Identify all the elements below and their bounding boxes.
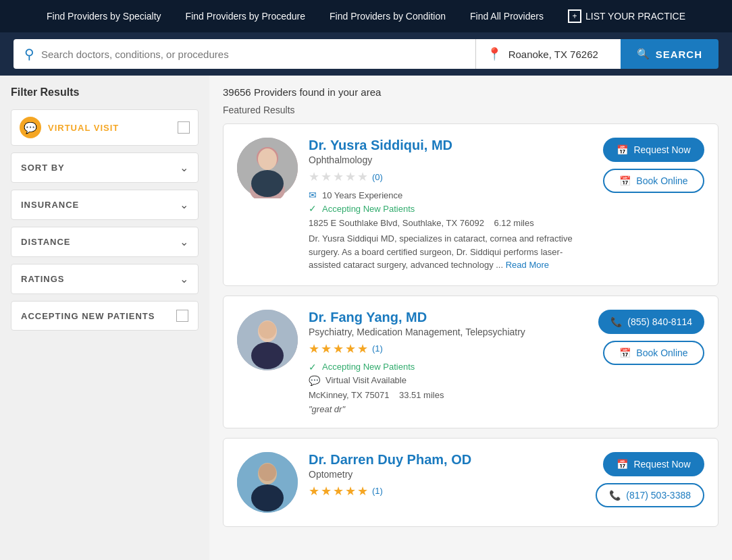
book-online-button-siddiqui[interactable]: 📅 Book Online xyxy=(603,169,704,193)
provider-info-pham: Dr. Darren Duy Pham, OD Optometry ★ ★ ★ … xyxy=(309,452,585,504)
provider-quote-yang: "great dr" xyxy=(309,404,585,414)
sidebar-filters: Filter Results 💬 VIRTUAL VISIT SORT BY ⌄… xyxy=(0,76,209,560)
accepting-text-siddiqui: Accepting New Patients xyxy=(322,204,415,214)
check-icon-siddiqui: ✓ xyxy=(309,203,317,214)
read-more-siddiqui[interactable]: Read More xyxy=(506,260,549,270)
provider-name-pham[interactable]: Dr. Darren Duy Pham, OD xyxy=(309,452,585,468)
calendar-outline-icon-yang: 📅 xyxy=(619,347,631,358)
search-bar: ⚲ 📍 🔍 SEARCH xyxy=(0,32,732,76)
phone-icon-yang: 📞 xyxy=(610,316,622,327)
star-rating-yang: ★ ★ ★ ★ ★ (1) xyxy=(309,341,585,356)
provider-name-siddiqui[interactable]: Dr. Yusra Siddiqui, MD xyxy=(309,138,585,153)
virtual-visit-checkbox[interactable] xyxy=(178,121,190,134)
distance-filter[interactable]: DISTANCE ⌄ xyxy=(11,227,199,257)
filter-title: Filter Results xyxy=(11,86,199,99)
accepting-badge-yang: ✓ Accepting New Patients xyxy=(309,362,585,372)
ratings-label: RATINGS xyxy=(21,274,180,284)
ratings-chevron-icon: ⌄ xyxy=(180,273,188,285)
phone-button-pham[interactable]: 📞 (817) 503-3388 xyxy=(596,483,704,507)
phone-button-yang[interactable]: 📞 (855) 840-8114 xyxy=(598,310,704,334)
provider-actions-yang: 📞 (855) 840-8114 📅 Book Online xyxy=(596,310,704,365)
top-navigation: Find Providers by Specialty Find Provide… xyxy=(0,0,732,32)
review-count-siddiqui: (0) xyxy=(372,172,383,182)
envelope-icon: ✉ xyxy=(309,190,317,200)
insurance-chevron-icon: ⌄ xyxy=(180,198,188,211)
sort-by-label: SORT BY xyxy=(21,163,180,173)
provider-avatar-siddiqui xyxy=(237,138,298,198)
request-now-button-siddiqui[interactable]: 📅 Request Now xyxy=(603,138,704,162)
experience-text-siddiqui: 10 Years Experience xyxy=(322,190,402,200)
featured-label: Featured Results xyxy=(223,105,718,115)
provider-card-siddiqui: Dr. Yusra Siddiqui, MD Ophthalmology ★ ★… xyxy=(223,123,718,286)
list-icon: + xyxy=(568,9,581,23)
calendar-icon-pham: 📅 xyxy=(617,459,628,470)
request-now-button-pham[interactable]: 📅 Request Now xyxy=(603,452,704,476)
provider-address-siddiqui: 1825 E Southlake Blvd, Southlake, TX 760… xyxy=(309,218,585,228)
review-count-pham: (1) xyxy=(372,486,383,496)
insurance-label: INSURANCE xyxy=(21,200,180,210)
provider-card-pham: Dr. Darren Duy Pham, OD Optometry ★ ★ ★ … xyxy=(223,438,718,527)
provider-actions-siddiqui: 📅 Request Now 📅 Book Online xyxy=(596,138,704,193)
results-count: 39656 Providers found in your area xyxy=(223,86,718,98)
provider-avatar-pham xyxy=(237,452,298,513)
search-input[interactable] xyxy=(41,49,465,60)
svg-point-5 xyxy=(251,170,284,197)
nav-find-all-providers[interactable]: Find All Providers xyxy=(458,11,556,22)
star-rating-siddiqui: ★ ★ ★ ★ ★ (0) xyxy=(309,169,585,184)
chat-icon-yang: 💬 xyxy=(309,375,320,386)
svg-point-9 xyxy=(259,321,276,339)
accepting-text-yang: Accepting New Patients xyxy=(322,362,415,372)
sort-by-filter[interactable]: SORT BY ⌄ xyxy=(11,152,199,183)
svg-point-8 xyxy=(251,342,284,369)
search-location-panel: 📍 xyxy=(476,39,621,69)
experience-badge-siddiqui: ✉ 10 Years Experience xyxy=(309,190,585,200)
search-button[interactable]: 🔍 SEARCH xyxy=(621,39,718,69)
check-icon-yang: ✓ xyxy=(309,362,317,372)
results-panel: 39656 Providers found in your area Featu… xyxy=(209,76,732,560)
search-left-panel: ⚲ xyxy=(14,39,475,69)
virtual-visit-icon: 💬 xyxy=(20,117,41,138)
distance-label: DISTANCE xyxy=(21,237,180,247)
location-input[interactable] xyxy=(508,49,610,60)
search-magnifier-icon: 🔍 xyxy=(637,48,650,60)
virtual-visit-filter[interactable]: 💬 VIRTUAL VISIT xyxy=(11,109,199,146)
provider-specialty-pham: Optometry xyxy=(309,469,585,480)
accepting-label: ACCEPTING NEW PATIENTS xyxy=(21,311,176,321)
provider-info-siddiqui: Dr. Yusra Siddiqui, MD Ophthalmology ★ ★… xyxy=(309,138,585,272)
svg-point-12 xyxy=(251,484,284,511)
virtual-text-yang: Virtual Visit Available xyxy=(325,375,407,385)
provider-address-yang: McKinney, TX 75071 33.51 miles xyxy=(309,390,585,400)
accepting-checkbox[interactable] xyxy=(176,310,188,322)
provider-desc-siddiqui: Dr. Yusra Siddiqui MD, specializes in ca… xyxy=(309,232,585,272)
nav-find-by-condition[interactable]: Find Providers by Condition xyxy=(317,11,458,22)
provider-avatar-yang xyxy=(237,310,298,370)
accepting-badge-siddiqui: ✓ Accepting New Patients xyxy=(309,203,585,214)
provider-specialty-yang: Psychiatry, Medication Management, Telep… xyxy=(309,327,585,337)
provider-info-yang: Dr. Fang Yang, MD Psychiatry, Medication… xyxy=(309,310,585,414)
review-count-yang: (1) xyxy=(372,343,383,354)
location-pin-icon: 📍 xyxy=(487,47,502,61)
virtual-badge-yang: 💬 Virtual Visit Available xyxy=(309,375,585,386)
search-stethoscope-icon: ⚲ xyxy=(24,46,34,62)
provider-name-yang[interactable]: Dr. Fang Yang, MD xyxy=(309,310,585,325)
calendar-icon: 📅 xyxy=(617,144,628,155)
provider-specialty-siddiqui: Ophthalmology xyxy=(309,155,585,165)
accepting-patients-filter[interactable]: ACCEPTING NEW PATIENTS xyxy=(11,301,199,331)
nav-find-by-specialty[interactable]: Find Providers by Specialty xyxy=(34,11,174,22)
virtual-visit-label: VIRTUAL VISIT xyxy=(48,123,171,133)
calendar-outline-icon: 📅 xyxy=(619,175,631,186)
distance-chevron-icon: ⌄ xyxy=(180,235,188,248)
nav-find-by-procedure[interactable]: Find Providers by Procedure xyxy=(174,11,317,22)
book-online-button-yang[interactable]: 📅 Book Online xyxy=(603,341,704,365)
svg-point-4 xyxy=(258,148,277,170)
ratings-filter[interactable]: RATINGS ⌄ xyxy=(11,264,199,294)
insurance-filter[interactable]: INSURANCE ⌄ xyxy=(11,190,199,220)
list-your-practice-link[interactable]: + LIST YOUR PRACTICE xyxy=(556,9,698,23)
provider-actions-pham: 📅 Request Now 📞 (817) 503-3388 xyxy=(596,452,704,507)
main-content: Filter Results 💬 VIRTUAL VISIT SORT BY ⌄… xyxy=(0,76,732,560)
svg-point-13 xyxy=(259,464,276,481)
star-rating-pham: ★ ★ ★ ★ ★ (1) xyxy=(309,484,585,499)
provider-card-yang: Dr. Fang Yang, MD Psychiatry, Medication… xyxy=(223,296,718,428)
phone-icon-pham: 📞 xyxy=(609,490,621,501)
sort-by-chevron-icon: ⌄ xyxy=(180,161,188,174)
